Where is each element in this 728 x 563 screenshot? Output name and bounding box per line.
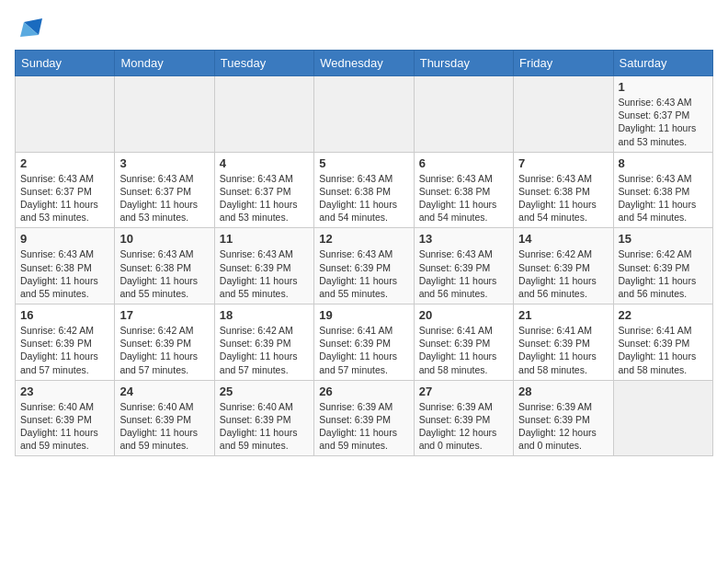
day-number: 3 xyxy=(119,156,209,170)
day-info: Sunrise: 6:43 AM Sunset: 6:37 PM Dayligh… xyxy=(119,172,209,224)
calendar-cell: 10Sunrise: 6:43 AM Sunset: 6:38 PM Dayli… xyxy=(115,228,214,304)
day-number: 26 xyxy=(319,385,408,398)
day-number: 1 xyxy=(619,80,708,94)
calendar-cell xyxy=(314,76,414,153)
day-info: Sunrise: 6:41 AM Sunset: 6:39 PM Dayligh… xyxy=(319,324,408,376)
day-info: Sunrise: 6:39 AM Sunset: 6:39 PM Dayligh… xyxy=(319,400,408,453)
calendar-cell: 16Sunrise: 6:42 AM Sunset: 6:39 PM Dayli… xyxy=(16,304,115,381)
weekday-header-tuesday: Tuesday xyxy=(214,51,313,76)
calendar-cell: 15Sunrise: 6:42 AM Sunset: 6:39 PM Dayli… xyxy=(613,228,712,304)
day-info: Sunrise: 6:40 AM Sunset: 6:39 PM Dayligh… xyxy=(119,400,209,453)
day-number: 6 xyxy=(419,156,508,170)
day-number: 5 xyxy=(319,156,408,170)
day-number: 12 xyxy=(319,232,408,246)
week-row-4: 16Sunrise: 6:42 AM Sunset: 6:39 PM Dayli… xyxy=(16,304,713,381)
day-info: Sunrise: 6:41 AM Sunset: 6:39 PM Dayligh… xyxy=(518,324,608,376)
day-info: Sunrise: 6:43 AM Sunset: 6:38 PM Dayligh… xyxy=(20,247,109,300)
day-number: 21 xyxy=(518,308,608,322)
calendar-cell: 4Sunrise: 6:43 AM Sunset: 6:37 PM Daylig… xyxy=(214,152,313,228)
calendar-cell: 17Sunrise: 6:42 AM Sunset: 6:39 PM Dayli… xyxy=(115,304,214,381)
calendar-cell xyxy=(115,76,214,153)
day-number: 17 xyxy=(119,308,209,322)
weekday-header-thursday: Thursday xyxy=(414,51,513,76)
day-number: 13 xyxy=(419,232,508,246)
calendar-cell xyxy=(214,76,313,153)
day-number: 2 xyxy=(20,156,109,170)
calendar-cell: 8Sunrise: 6:43 AM Sunset: 6:38 PM Daylig… xyxy=(613,152,712,228)
calendar-cell: 24Sunrise: 6:40 AM Sunset: 6:39 PM Dayli… xyxy=(115,380,214,456)
day-info: Sunrise: 6:43 AM Sunset: 6:38 PM Dayligh… xyxy=(518,172,608,224)
day-info: Sunrise: 6:43 AM Sunset: 6:38 PM Dayligh… xyxy=(419,172,508,224)
calendar-cell xyxy=(514,76,613,153)
day-info: Sunrise: 6:39 AM Sunset: 6:39 PM Dayligh… xyxy=(518,400,608,453)
day-number: 11 xyxy=(220,232,309,246)
calendar-cell: 3Sunrise: 6:43 AM Sunset: 6:37 PM Daylig… xyxy=(115,152,214,228)
calendar: SundayMondayTuesdayWednesdayThursdayFrid… xyxy=(15,50,713,456)
day-number: 18 xyxy=(220,308,309,322)
day-info: Sunrise: 6:43 AM Sunset: 6:39 PM Dayligh… xyxy=(220,247,309,300)
week-row-1: 1Sunrise: 6:43 AM Sunset: 6:37 PM Daylig… xyxy=(16,76,713,153)
header xyxy=(15,15,713,42)
calendar-cell: 23Sunrise: 6:40 AM Sunset: 6:39 PM Dayli… xyxy=(16,380,115,456)
week-row-5: 23Sunrise: 6:40 AM Sunset: 6:39 PM Dayli… xyxy=(16,380,713,456)
day-number: 8 xyxy=(619,156,708,170)
day-info: Sunrise: 6:40 AM Sunset: 6:39 PM Dayligh… xyxy=(220,400,309,453)
calendar-cell: 22Sunrise: 6:41 AM Sunset: 6:39 PM Dayli… xyxy=(613,304,712,381)
calendar-cell xyxy=(16,76,115,153)
day-info: Sunrise: 6:43 AM Sunset: 6:37 PM Dayligh… xyxy=(220,172,309,224)
day-number: 4 xyxy=(220,156,309,170)
calendar-cell: 2Sunrise: 6:43 AM Sunset: 6:37 PM Daylig… xyxy=(16,152,115,228)
day-number: 10 xyxy=(119,232,209,246)
day-info: Sunrise: 6:39 AM Sunset: 6:39 PM Dayligh… xyxy=(419,400,508,453)
day-number: 27 xyxy=(419,385,508,398)
day-info: Sunrise: 6:42 AM Sunset: 6:39 PM Dayligh… xyxy=(619,247,708,300)
calendar-cell: 1Sunrise: 6:43 AM Sunset: 6:37 PM Daylig… xyxy=(613,76,712,153)
calendar-cell: 13Sunrise: 6:43 AM Sunset: 6:39 PM Dayli… xyxy=(414,228,513,304)
day-number: 24 xyxy=(119,385,209,398)
calendar-cell xyxy=(414,76,513,153)
calendar-cell: 28Sunrise: 6:39 AM Sunset: 6:39 PM Dayli… xyxy=(514,380,613,456)
week-row-2: 2Sunrise: 6:43 AM Sunset: 6:37 PM Daylig… xyxy=(16,152,713,228)
day-number: 19 xyxy=(319,308,408,322)
calendar-cell: 19Sunrise: 6:41 AM Sunset: 6:39 PM Dayli… xyxy=(314,304,414,381)
day-info: Sunrise: 6:43 AM Sunset: 6:38 PM Dayligh… xyxy=(619,172,708,224)
weekday-header-friday: Friday xyxy=(514,51,613,76)
day-number: 20 xyxy=(419,308,508,322)
week-row-3: 9Sunrise: 6:43 AM Sunset: 6:38 PM Daylig… xyxy=(16,228,713,304)
calendar-cell: 6Sunrise: 6:43 AM Sunset: 6:38 PM Daylig… xyxy=(414,152,513,228)
calendar-cell: 20Sunrise: 6:41 AM Sunset: 6:39 PM Dayli… xyxy=(414,304,513,381)
weekday-header-monday: Monday xyxy=(115,51,214,76)
weekday-header-wednesday: Wednesday xyxy=(314,51,414,76)
day-info: Sunrise: 6:40 AM Sunset: 6:39 PM Dayligh… xyxy=(20,400,109,453)
day-info: Sunrise: 6:42 AM Sunset: 6:39 PM Dayligh… xyxy=(518,247,608,300)
weekday-header-row: SundayMondayTuesdayWednesdayThursdayFrid… xyxy=(16,51,713,76)
day-number: 23 xyxy=(20,385,109,398)
day-number: 16 xyxy=(20,308,109,322)
calendar-cell: 26Sunrise: 6:39 AM Sunset: 6:39 PM Dayli… xyxy=(314,380,414,456)
day-number: 25 xyxy=(220,385,309,398)
day-info: Sunrise: 6:42 AM Sunset: 6:39 PM Dayligh… xyxy=(20,324,109,376)
calendar-cell: 25Sunrise: 6:40 AM Sunset: 6:39 PM Dayli… xyxy=(214,380,313,456)
day-number: 28 xyxy=(518,385,608,398)
day-info: Sunrise: 6:43 AM Sunset: 6:38 PM Dayligh… xyxy=(319,172,408,224)
weekday-header-saturday: Saturday xyxy=(613,51,712,76)
calendar-body: 1Sunrise: 6:43 AM Sunset: 6:37 PM Daylig… xyxy=(16,76,713,456)
day-number: 14 xyxy=(518,232,608,246)
day-number: 9 xyxy=(20,232,109,246)
calendar-cell: 21Sunrise: 6:41 AM Sunset: 6:39 PM Dayli… xyxy=(514,304,613,381)
calendar-cell: 27Sunrise: 6:39 AM Sunset: 6:39 PM Dayli… xyxy=(414,380,513,456)
day-number: 22 xyxy=(619,308,708,322)
day-number: 7 xyxy=(518,156,608,170)
logo xyxy=(15,15,44,42)
calendar-cell: 9Sunrise: 6:43 AM Sunset: 6:38 PM Daylig… xyxy=(16,228,115,304)
weekday-header-sunday: Sunday xyxy=(16,51,115,76)
day-info: Sunrise: 6:43 AM Sunset: 6:38 PM Dayligh… xyxy=(119,247,209,300)
logo-icon xyxy=(17,15,44,42)
calendar-cell xyxy=(613,380,712,456)
day-info: Sunrise: 6:41 AM Sunset: 6:39 PM Dayligh… xyxy=(619,324,708,376)
day-info: Sunrise: 6:43 AM Sunset: 6:39 PM Dayligh… xyxy=(419,247,508,300)
day-info: Sunrise: 6:43 AM Sunset: 6:37 PM Dayligh… xyxy=(619,96,708,148)
calendar-cell: 18Sunrise: 6:42 AM Sunset: 6:39 PM Dayli… xyxy=(214,304,313,381)
calendar-cell: 12Sunrise: 6:43 AM Sunset: 6:39 PM Dayli… xyxy=(314,228,414,304)
day-number: 15 xyxy=(619,232,708,246)
